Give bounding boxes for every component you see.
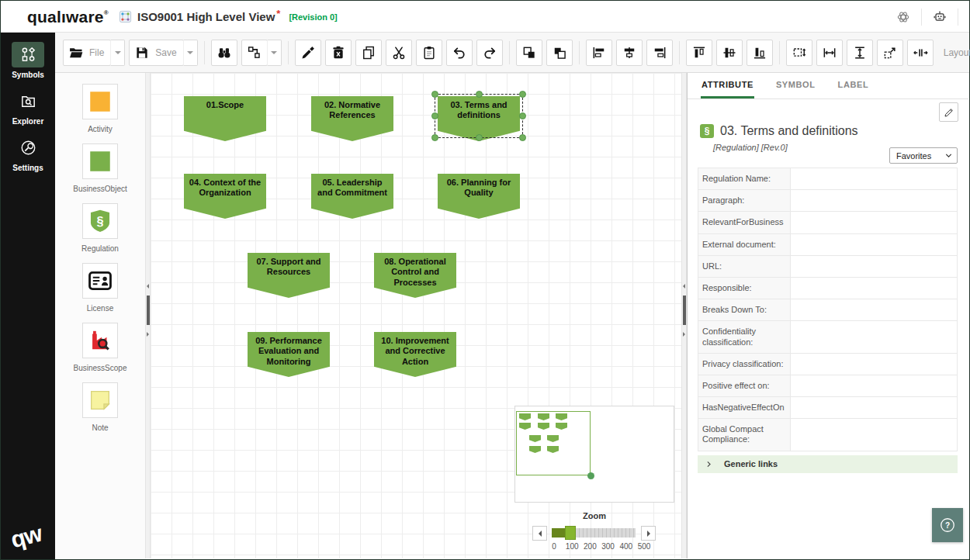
palette-item-businessobject[interactable]: BusinessObject	[73, 143, 126, 193]
toolbar-button-cut[interactable]	[386, 40, 412, 66]
toolbar-button-find[interactable]	[211, 40, 237, 66]
field-value[interactable]	[791, 419, 957, 450]
pencil-icon	[943, 106, 955, 119]
selection-handle[interactable]	[476, 134, 483, 141]
canvas-shape[interactable]: 09. Performance Evaluation and Monitorin…	[248, 332, 330, 377]
chevron-right-icon	[705, 460, 713, 468]
toolbar-button-make-same-width[interactable]	[816, 40, 843, 66]
expand-right-icon[interactable]	[147, 332, 149, 337]
toolbar-button-format-painter[interactable]	[295, 40, 321, 66]
field-row: Regulation Name:	[698, 168, 957, 190]
minimap-resize-handle[interactable]	[587, 472, 594, 479]
tab-attribute[interactable]: ATTRIBUTE	[701, 73, 754, 99]
splitter-handle[interactable]	[683, 296, 686, 325]
canvas-shape[interactable]: 04. Context of the Organization	[184, 174, 266, 219]
businessscope-icon[interactable]	[82, 323, 118, 358]
palette-item-businessscope[interactable]: BusinessScope	[74, 323, 127, 372]
toolbar-button-save[interactable]: Save	[129, 40, 183, 66]
field-label: External document:	[698, 234, 791, 255]
toolbar-button-align-middle[interactable]	[716, 40, 743, 66]
canvas-shape[interactable]: 08. Operational Control and Processes	[374, 253, 456, 298]
activity-icon[interactable]	[82, 84, 118, 119]
toolbar-button-undo[interactable]	[446, 40, 473, 66]
toolbar-button-copy[interactable]	[355, 40, 382, 66]
collapse-left-icon[interactable]	[683, 284, 685, 289]
field-value[interactable]	[791, 234, 957, 255]
toolbar-button-redo[interactable]	[476, 40, 503, 66]
selection-handle[interactable]	[431, 91, 438, 98]
zoom-out-button[interactable]	[532, 526, 547, 541]
minimap-viewport[interactable]	[516, 411, 591, 475]
palette-item-license[interactable]: License	[82, 263, 118, 313]
toolbar-button-align-left[interactable]	[586, 40, 612, 66]
selection-handle[interactable]	[519, 112, 526, 119]
toolbar-button-make-same-height[interactable]	[847, 40, 873, 66]
selection-handle[interactable]	[519, 91, 526, 98]
palette-item-note[interactable]: Note	[82, 382, 118, 432]
toolbar-button-connector-style[interactable]	[241, 40, 268, 66]
toolbar-button-align-right[interactable]	[646, 40, 673, 66]
zoom-slider-track[interactable]	[552, 528, 636, 538]
canvas-shape[interactable]: 07. Support and Resources	[248, 253, 330, 298]
generic-links-row[interactable]: Generic links	[698, 455, 958, 473]
toolbar-dropdown-connector-style[interactable]	[267, 40, 282, 66]
note-icon[interactable]	[82, 382, 118, 418]
tab-symbol[interactable]: SYMBOL	[775, 73, 816, 99]
robot-icon[interactable]	[931, 9, 948, 26]
selection-handle[interactable]	[476, 91, 483, 98]
regulation-icon[interactable]: §	[82, 203, 118, 239]
toolbar-button-bring-to-front[interactable]	[516, 40, 542, 66]
toolbar-dropdown-save[interactable]	[183, 40, 198, 66]
toolbar-button-align-bottom[interactable]	[747, 40, 773, 66]
panel-splitter[interactable]	[681, 73, 687, 558]
selection-handle[interactable]	[519, 134, 526, 141]
sidebar-item-explorer[interactable]: Explorer	[1, 88, 55, 126]
collapse-left-icon[interactable]	[147, 284, 149, 289]
palette-item-regulation[interactable]: §Regulation	[81, 203, 119, 253]
field-value[interactable]	[791, 212, 957, 233]
favorites-dropdown[interactable]: Favorites	[889, 147, 958, 164]
field-value[interactable]	[791, 278, 957, 299]
palette-splitter[interactable]	[145, 73, 151, 558]
toolbar-button-align-center[interactable]	[616, 40, 643, 66]
canvas-shape[interactable]: 02. Normative References	[311, 96, 393, 141]
minimap[interactable]	[514, 406, 674, 503]
field-value[interactable]	[791, 190, 957, 211]
canvas-shape[interactable]: 01.Scope	[184, 96, 266, 141]
field-value[interactable]	[791, 168, 957, 189]
edit-button[interactable]	[939, 102, 958, 122]
field-value[interactable]	[791, 299, 957, 320]
toolbar-dropdown-file[interactable]	[110, 40, 125, 66]
toolbar-button-paste[interactable]	[416, 40, 442, 66]
toolbar-button-scale[interactable]	[877, 40, 903, 66]
sidebar-item-symbols[interactable]: Symbols	[1, 42, 55, 79]
toolbar-button-send-to-back[interactable]	[546, 40, 573, 66]
toolbar-button-distribute-horizontal[interactable]	[907, 40, 934, 66]
canvas-shape[interactable]: 05. Leadership and Commitment	[311, 174, 393, 219]
palette-item-activity[interactable]: Activity	[82, 84, 118, 133]
businessobject-icon[interactable]	[82, 143, 118, 179]
field-value[interactable]	[791, 354, 957, 375]
toolbar-button-file[interactable]: File	[63, 40, 111, 66]
expand-right-icon[interactable]	[683, 332, 685, 337]
field-value[interactable]	[791, 256, 957, 277]
license-icon[interactable]	[82, 263, 118, 299]
swirl-icon[interactable]	[895, 9, 912, 26]
toolbar-button-make-same-size[interactable]	[786, 40, 812, 66]
sidebar-item-settings[interactable]: Settings	[1, 135, 55, 172]
field-value[interactable]	[791, 397, 957, 418]
toolbar-button-align-top[interactable]	[686, 40, 712, 66]
canvas-shape[interactable]: 10. Improvement and Corrective Action	[374, 332, 456, 377]
canvas-shape[interactable]: 06. Planning for Quality	[438, 174, 520, 219]
toolbar-button-delete[interactable]	[325, 40, 352, 66]
diagram-canvas[interactable]: 01.Scope02. Normative References03. Term…	[151, 73, 681, 558]
selection-handle[interactable]	[431, 134, 438, 141]
field-value[interactable]	[791, 375, 957, 396]
tab-label[interactable]: LABEL	[837, 73, 870, 99]
zoom-in-button[interactable]	[641, 526, 656, 541]
help-button[interactable]: ?	[932, 508, 963, 542]
splitter-handle[interactable]	[147, 296, 150, 325]
field-value[interactable]	[791, 321, 957, 352]
selection-handle[interactable]	[431, 112, 438, 119]
zoom-slider-thumb[interactable]	[565, 526, 576, 540]
